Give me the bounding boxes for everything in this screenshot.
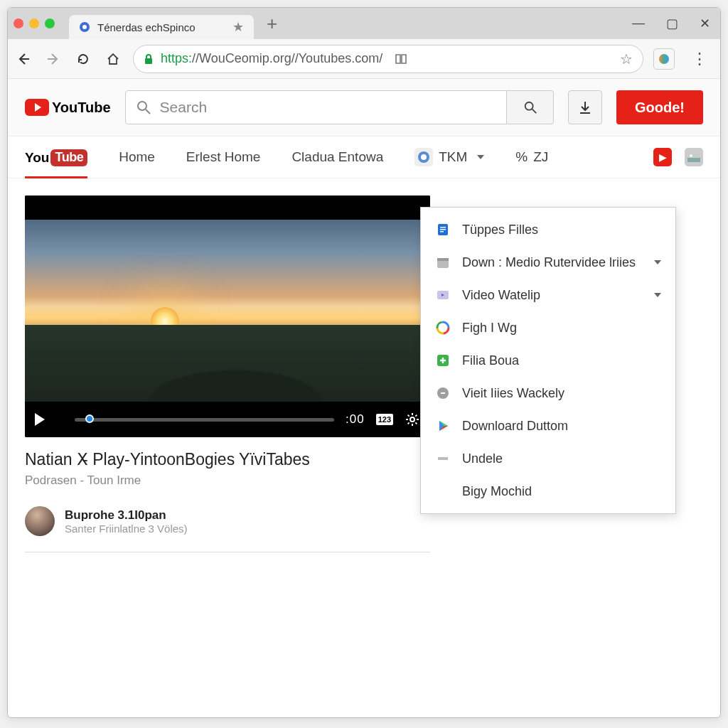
play-icon [435, 418, 451, 434]
nav-bar: YouTube Home Erlest Home Claduа Entowa T… [8, 136, 720, 178]
dropdown-item-4[interactable]: Filia Boua [421, 344, 675, 377]
apps-grey-icon[interactable] [685, 148, 703, 166]
logo-tube: Tube [50, 149, 87, 166]
dropdown-item-label: Video Watelip [462, 288, 540, 303]
nav-erlest-home[interactable]: Erlest Home [186, 149, 261, 165]
svg-point-10 [421, 154, 427, 160]
uploader-meta: Santer Friinlatlne 3 Völes) [65, 523, 188, 535]
video-subtitle: Podrasen - Toun Irme [25, 473, 430, 488]
settings-gear-icon[interactable] [405, 412, 420, 427]
sign-in-button[interactable]: Goode! [616, 90, 703, 124]
forward-button[interactable] [43, 49, 63, 69]
reader-icon[interactable] [394, 53, 408, 65]
plus-icon [435, 353, 451, 368]
video-frame [25, 220, 430, 402]
dropdown-item-5[interactable]: Vieit Iiies Wackely [421, 377, 675, 410]
svg-point-13 [690, 154, 692, 157]
dropdown-item-label: Figh I Wg [462, 321, 517, 336]
dropdown-item-1[interactable]: Down : Medio Rutervidee lriies [421, 246, 675, 279]
app-icon [414, 148, 433, 166]
dropdown-item-label: Downloard Duttom [462, 419, 568, 434]
tab-star-icon[interactable]: ★ [232, 19, 244, 35]
svg-rect-4 [145, 58, 152, 64]
reload-button[interactable] [73, 49, 93, 69]
search-icon [136, 100, 151, 115]
youtube-logo-alt[interactable]: YouTube [25, 136, 87, 178]
svg-rect-12 [687, 158, 700, 162]
svg-rect-23 [437, 258, 449, 261]
dropdown-item-label: Bigy Mochid [462, 484, 532, 499]
address-bar-row: https://WouCeomip.org//Youtubes.com/ ☆ ⋮ [8, 39, 720, 79]
captions-button[interactable]: 123 [376, 414, 393, 425]
nav-right-icons: ▶ [653, 148, 703, 166]
sign-in-label: Goode! [635, 100, 685, 116]
apps-red-icon[interactable]: ▶ [653, 148, 672, 166]
search-input[interactable]: Search [125, 90, 507, 124]
progress-track[interactable] [75, 418, 334, 422]
percent-icon: % [515, 149, 528, 165]
browser-tabbar: Ténerdas echSpinco ★ + — ▢ ✕ [8, 8, 720, 39]
play-button[interactable] [35, 413, 45, 426]
new-tab-button[interactable]: + [267, 13, 277, 35]
search-button[interactable] [507, 90, 554, 124]
main-column: :00 123 Natian X̵ Play-YintoonBogies Yïv… [25, 196, 430, 552]
nav-tkm-dropdown[interactable]: TKM [414, 148, 484, 166]
window-minimize-button[interactable] [29, 18, 39, 28]
nav-percent[interactable]: % ZJ [515, 149, 548, 165]
back-button[interactable] [14, 49, 33, 69]
svg-rect-20 [440, 229, 446, 230]
dropdown-item-label: Down : Medio Rutervidee lriies [462, 255, 636, 270]
dropdown-item-7[interactable]: Undele [421, 442, 675, 475]
g-icon [435, 320, 451, 336]
home-button[interactable] [103, 49, 123, 69]
cal-icon [435, 255, 451, 270]
window-close-button[interactable] [14, 18, 23, 28]
minimize-icon[interactable]: — [632, 16, 645, 31]
close-icon[interactable]: ✕ [700, 16, 710, 31]
bookmark-star-icon[interactable]: ☆ [620, 50, 633, 68]
svg-line-6 [146, 109, 150, 114]
youtube-logo[interactable]: YouTube [25, 99, 111, 116]
dropdown-item-label: Vieit Iiies Wackely [462, 386, 564, 401]
download-button[interactable] [568, 90, 602, 124]
extension-icon[interactable] [653, 48, 675, 70]
lock-icon [144, 53, 154, 65]
tab-title: Ténerdas echSpinco [97, 21, 196, 33]
chevron-down-icon [654, 260, 661, 264]
svg-point-14 [410, 417, 414, 422]
vid-icon [435, 287, 451, 303]
window-maximize-button[interactable] [45, 18, 55, 28]
none-icon [435, 483, 451, 499]
nav-home[interactable]: Home [119, 149, 155, 165]
tkm-dropdown-menu: Tüppes FillesDown : Medio Rutervidee lri… [420, 207, 676, 514]
maximize-icon[interactable]: ▢ [666, 16, 678, 31]
browser-menu-button[interactable]: ⋮ [685, 50, 714, 68]
video-title: Natian X̵ Play-YintoonBogies YïviTabes [25, 450, 430, 469]
doc-icon [435, 222, 451, 237]
landscape-icon [25, 325, 430, 402]
progress-thumb[interactable] [85, 414, 94, 423]
dropdown-item-0[interactable]: Tüppes Filles [421, 213, 675, 246]
address-bar[interactable]: https://WouCeomip.org//Youtubes.com/ ☆ [133, 45, 643, 73]
browser-tab[interactable]: Ténerdas echSpinco ★ [69, 15, 254, 39]
time-display: :00 [346, 412, 365, 427]
dropdown-item-2[interactable]: Video Watelip [421, 279, 675, 311]
site-header: YouTube Search Goode! [8, 79, 720, 136]
dropdown-item-8[interactable]: Bigy Mochid [421, 475, 675, 508]
uploader-name[interactable]: Buprohe 3.1I0pan [65, 508, 188, 523]
svg-rect-19 [440, 227, 446, 228]
search-placeholder: Search [160, 99, 208, 116]
dropdown-item-label: Undele [462, 451, 503, 466]
dropdown-item-3[interactable]: Figh I Wg [421, 311, 675, 344]
window-controls: — ▢ ✕ [632, 16, 710, 31]
dash-icon [435, 451, 451, 466]
nav-claudua[interactable]: Claduа Entowa [291, 149, 383, 165]
svg-line-8 [532, 109, 535, 113]
tab-favicon-icon [79, 21, 90, 33]
svg-point-5 [138, 102, 146, 110]
svg-rect-36 [438, 457, 448, 460]
dropdown-item-6[interactable]: Downloard Duttom [421, 410, 675, 442]
video-player[interactable]: :00 123 [25, 196, 430, 437]
uploader-avatar[interactable] [25, 506, 55, 536]
uploader-info: Buprohe 3.1I0pan Santer Friinlatlne 3 Vö… [65, 508, 188, 535]
